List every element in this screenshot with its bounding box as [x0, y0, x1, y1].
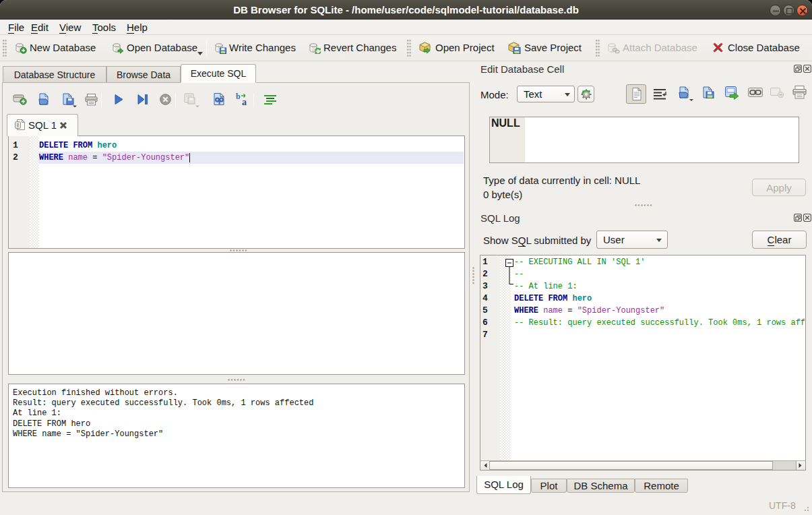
svg-text:a: a [242, 97, 247, 107]
svg-text:b: b [236, 92, 241, 101]
